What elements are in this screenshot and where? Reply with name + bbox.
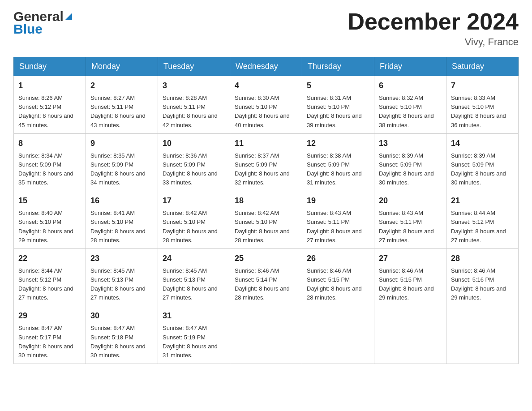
day-info: Sunrise: 8:35 AMSunset: 5:09 PMDaylight:… xyxy=(90,151,153,188)
day-info: Sunrise: 8:47 AMSunset: 5:17 PMDaylight:… xyxy=(18,324,81,360)
calendar-cell: 7Sunrise: 8:33 AMSunset: 5:10 PMDaylight… xyxy=(446,76,519,134)
calendar-cell: 2Sunrise: 8:27 AMSunset: 5:11 PMDaylight… xyxy=(86,76,158,134)
calendar-table: SundayMondayTuesdayWednesdayThursdayFrid… xyxy=(13,57,519,364)
day-number: 11 xyxy=(235,137,297,150)
title-area: December 2024 Vivy, France xyxy=(348,9,519,48)
day-info: Sunrise: 8:45 AMSunset: 5:13 PMDaylight:… xyxy=(163,266,225,303)
day-number: 20 xyxy=(379,195,442,207)
day-number: 23 xyxy=(90,253,153,265)
day-number: 30 xyxy=(90,310,153,322)
day-info: Sunrise: 8:26 AMSunset: 5:12 PMDaylight:… xyxy=(18,94,81,130)
calendar-cell xyxy=(302,306,374,364)
calendar-cell: 30Sunrise: 8:47 AMSunset: 5:18 PMDayligh… xyxy=(86,306,158,364)
calendar-cell: 8Sunrise: 8:34 AMSunset: 5:09 PMDaylight… xyxy=(14,133,86,191)
calendar-week-1: 1Sunrise: 8:26 AMSunset: 5:12 PMDaylight… xyxy=(14,76,519,134)
day-number: 6 xyxy=(379,80,442,92)
day-info: Sunrise: 8:32 AMSunset: 5:10 PMDaylight:… xyxy=(379,94,442,130)
calendar-cell xyxy=(374,306,446,364)
calendar-cell: 6Sunrise: 8:32 AMSunset: 5:10 PMDaylight… xyxy=(374,76,446,134)
day-number: 9 xyxy=(90,137,153,150)
calendar-cell: 9Sunrise: 8:35 AMSunset: 5:09 PMDaylight… xyxy=(86,133,158,191)
calendar-cell: 1Sunrise: 8:26 AMSunset: 5:12 PMDaylight… xyxy=(14,76,86,134)
calendar-cell: 4Sunrise: 8:30 AMSunset: 5:10 PMDaylight… xyxy=(230,76,302,134)
calendar-cell: 20Sunrise: 8:43 AMSunset: 5:11 PMDayligh… xyxy=(374,191,446,249)
calendar-week-4: 22Sunrise: 8:44 AMSunset: 5:12 PMDayligh… xyxy=(14,248,519,306)
day-number: 31 xyxy=(163,310,225,322)
day-number: 25 xyxy=(235,253,297,265)
month-title: December 2024 xyxy=(348,9,519,34)
day-info: Sunrise: 8:36 AMSunset: 5:09 PMDaylight:… xyxy=(163,151,225,188)
calendar-cell: 29Sunrise: 8:47 AMSunset: 5:17 PMDayligh… xyxy=(14,306,86,364)
logo-triangle-top xyxy=(65,13,72,20)
day-info: Sunrise: 8:39 AMSunset: 5:09 PMDaylight:… xyxy=(451,151,514,188)
day-number: 28 xyxy=(451,253,514,265)
calendar-week-2: 8Sunrise: 8:34 AMSunset: 5:09 PMDaylight… xyxy=(14,133,519,191)
day-info: Sunrise: 8:44 AMSunset: 5:12 PMDaylight:… xyxy=(451,209,514,245)
day-info: Sunrise: 8:46 AMSunset: 5:16 PMDaylight:… xyxy=(451,266,514,303)
calendar-header-row: SundayMondayTuesdayWednesdayThursdayFrid… xyxy=(14,57,519,76)
column-header-friday: Friday xyxy=(374,57,446,76)
day-info: Sunrise: 8:34 AMSunset: 5:09 PMDaylight:… xyxy=(18,151,81,188)
day-number: 13 xyxy=(379,137,442,150)
calendar-cell: 5Sunrise: 8:31 AMSunset: 5:10 PMDaylight… xyxy=(302,76,374,134)
calendar-cell: 19Sunrise: 8:43 AMSunset: 5:11 PMDayligh… xyxy=(302,191,374,249)
calendar-cell: 18Sunrise: 8:42 AMSunset: 5:10 PMDayligh… xyxy=(230,191,302,249)
calendar-cell xyxy=(230,306,302,364)
day-number: 29 xyxy=(18,310,81,322)
location-text: Vivy, France xyxy=(348,36,519,48)
day-info: Sunrise: 8:47 AMSunset: 5:19 PMDaylight:… xyxy=(163,324,225,360)
calendar-week-5: 29Sunrise: 8:47 AMSunset: 5:17 PMDayligh… xyxy=(14,306,519,364)
day-info: Sunrise: 8:43 AMSunset: 5:11 PMDaylight:… xyxy=(307,209,369,245)
day-info: Sunrise: 8:42 AMSunset: 5:10 PMDaylight:… xyxy=(235,209,297,245)
day-number: 19 xyxy=(307,195,369,207)
day-info: Sunrise: 8:46 AMSunset: 5:15 PMDaylight:… xyxy=(307,266,369,303)
column-header-tuesday: Tuesday xyxy=(158,57,230,76)
day-number: 8 xyxy=(18,137,81,150)
day-info: Sunrise: 8:46 AMSunset: 5:14 PMDaylight:… xyxy=(235,266,297,303)
day-number: 17 xyxy=(163,195,225,207)
column-header-sunday: Sunday xyxy=(14,57,86,76)
page-header: General Blue December 2024 Vivy, France xyxy=(13,9,519,48)
day-number: 10 xyxy=(163,137,225,150)
calendar-cell: 22Sunrise: 8:44 AMSunset: 5:12 PMDayligh… xyxy=(14,248,86,306)
column-header-monday: Monday xyxy=(86,57,158,76)
day-number: 21 xyxy=(451,195,514,207)
day-info: Sunrise: 8:44 AMSunset: 5:12 PMDaylight:… xyxy=(18,266,81,303)
calendar-cell: 10Sunrise: 8:36 AMSunset: 5:09 PMDayligh… xyxy=(158,133,230,191)
day-info: Sunrise: 8:45 AMSunset: 5:13 PMDaylight:… xyxy=(90,266,153,303)
day-number: 26 xyxy=(307,253,369,265)
day-number: 7 xyxy=(451,80,514,92)
calendar-cell: 3Sunrise: 8:28 AMSunset: 5:11 PMDaylight… xyxy=(158,76,230,134)
day-info: Sunrise: 8:46 AMSunset: 5:15 PMDaylight:… xyxy=(379,266,442,303)
calendar-cell: 25Sunrise: 8:46 AMSunset: 5:14 PMDayligh… xyxy=(230,248,302,306)
day-number: 18 xyxy=(235,195,297,207)
day-number: 4 xyxy=(235,80,297,92)
day-number: 16 xyxy=(90,195,153,207)
day-number: 24 xyxy=(163,253,225,265)
day-info: Sunrise: 8:41 AMSunset: 5:10 PMDaylight:… xyxy=(90,209,153,245)
day-info: Sunrise: 8:28 AMSunset: 5:11 PMDaylight:… xyxy=(163,94,225,130)
logo: General Blue xyxy=(13,9,72,37)
calendar-cell: 21Sunrise: 8:44 AMSunset: 5:12 PMDayligh… xyxy=(446,191,519,249)
calendar-cell xyxy=(446,306,519,364)
calendar-cell: 12Sunrise: 8:38 AMSunset: 5:09 PMDayligh… xyxy=(302,133,374,191)
day-number: 12 xyxy=(307,137,369,150)
day-info: Sunrise: 8:42 AMSunset: 5:10 PMDaylight:… xyxy=(163,209,225,245)
day-info: Sunrise: 8:39 AMSunset: 5:09 PMDaylight:… xyxy=(379,151,442,188)
calendar-cell: 13Sunrise: 8:39 AMSunset: 5:09 PMDayligh… xyxy=(374,133,446,191)
day-number: 2 xyxy=(90,80,153,92)
calendar-cell: 28Sunrise: 8:46 AMSunset: 5:16 PMDayligh… xyxy=(446,248,519,306)
day-info: Sunrise: 8:38 AMSunset: 5:09 PMDaylight:… xyxy=(307,151,369,188)
calendar-cell: 31Sunrise: 8:47 AMSunset: 5:19 PMDayligh… xyxy=(158,306,230,364)
calendar-cell: 15Sunrise: 8:40 AMSunset: 5:10 PMDayligh… xyxy=(14,191,86,249)
calendar-cell: 17Sunrise: 8:42 AMSunset: 5:10 PMDayligh… xyxy=(158,191,230,249)
calendar-cell: 11Sunrise: 8:37 AMSunset: 5:09 PMDayligh… xyxy=(230,133,302,191)
day-info: Sunrise: 8:37 AMSunset: 5:09 PMDaylight:… xyxy=(235,151,297,188)
day-number: 15 xyxy=(18,195,81,207)
day-info: Sunrise: 8:30 AMSunset: 5:10 PMDaylight:… xyxy=(235,94,297,130)
calendar-cell: 16Sunrise: 8:41 AMSunset: 5:10 PMDayligh… xyxy=(86,191,158,249)
calendar-cell: 27Sunrise: 8:46 AMSunset: 5:15 PMDayligh… xyxy=(374,248,446,306)
calendar-cell: 26Sunrise: 8:46 AMSunset: 5:15 PMDayligh… xyxy=(302,248,374,306)
day-info: Sunrise: 8:33 AMSunset: 5:10 PMDaylight:… xyxy=(451,94,514,130)
day-number: 27 xyxy=(379,253,442,265)
